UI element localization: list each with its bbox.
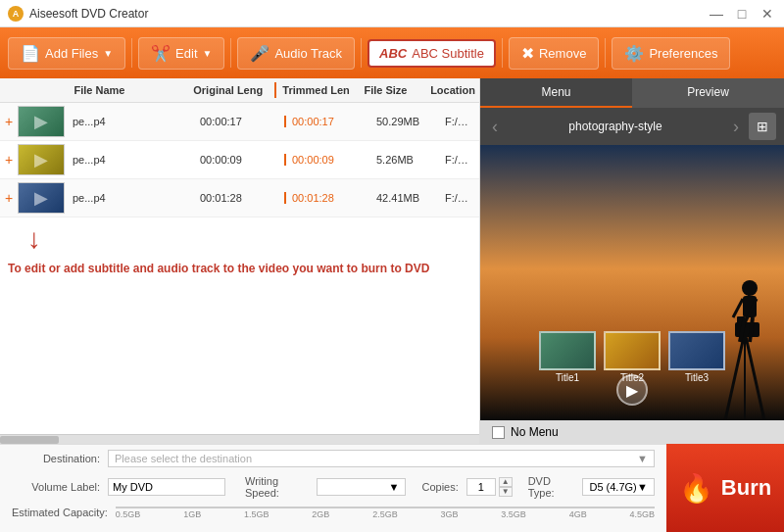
- add-files-button[interactable]: 📄 Add Files ▼: [8, 37, 125, 70]
- copies-down-button[interactable]: ▼: [499, 487, 513, 497]
- settings-row: Volume Label: Writing Speed: ▼ Copies: ▲…: [0, 472, 666, 502]
- right-panel: Menu Preview ‹ photography-style › ⊞: [480, 78, 784, 444]
- tab-menu[interactable]: Menu: [480, 78, 632, 108]
- destination-row: Destination: Please select the destinati…: [0, 445, 666, 472]
- main-wrapper: File Name Original Leng Trimmed Len File…: [0, 78, 784, 444]
- no-menu-checkbox[interactable]: [492, 426, 505, 439]
- trimmed-time-3: 00:01:28: [284, 192, 372, 204]
- edit-icon: ✂️: [151, 44, 171, 63]
- volume-input[interactable]: [108, 478, 225, 496]
- capacity-ticks: 0.5GB 1GB 1.5GB 2GB 2.5GB 3GB 3.5GB 4GB …: [116, 509, 655, 519]
- tick-8: 4.5GB: [629, 509, 655, 519]
- nav-next-button[interactable]: ›: [729, 117, 743, 137]
- col-header-original: Original Leng: [189, 82, 274, 98]
- toolbar-divider-4: [502, 38, 503, 68]
- col-header-location: Location: [426, 82, 479, 98]
- copies-up-button[interactable]: ▲: [499, 477, 513, 487]
- tick-7: 4GB: [569, 509, 587, 519]
- table-row[interactable]: + ▶ pe...p4 00:01:28 00:01:28 42.41MB F:…: [0, 179, 479, 218]
- file-location-1: F:/Chrome/pexels-gylfi-g...: [441, 116, 479, 127]
- remove-icon: ✖: [521, 44, 534, 63]
- copies-input[interactable]: [466, 478, 496, 496]
- edit-button[interactable]: ✂️ Edit ▼: [138, 37, 224, 70]
- title-bar: A Aiseesoft DVD Creator — □ ✕: [0, 0, 784, 27]
- title-label-1: Title1: [556, 372, 579, 383]
- row-expand-3[interactable]: +: [0, 190, 18, 206]
- main-content: File Name Original Leng Trimmed Len File…: [0, 78, 784, 444]
- writing-speed-dropdown-icon: ▼: [389, 481, 400, 493]
- dvd-type-label: DVD Type:: [528, 475, 575, 499]
- tab-bar: Menu Preview: [480, 78, 784, 108]
- file-thumb-2: ▶: [18, 144, 65, 175]
- file-table-header: File Name Original Leng Trimmed Len File…: [0, 78, 479, 103]
- toolbar-divider-3: [361, 38, 362, 68]
- title-item-1[interactable]: Title1: [539, 331, 596, 383]
- capacity-bar: [116, 507, 655, 508]
- file-list-area: + ▶ pe...p4 00:00:17 00:00:17 50.29MB F:…: [0, 103, 479, 218]
- tab-preview[interactable]: Preview: [632, 78, 784, 108]
- preferences-button[interactable]: ⚙️ Preferences: [612, 37, 730, 70]
- preferences-icon: ⚙️: [624, 44, 644, 63]
- title-item-3[interactable]: Title3: [668, 331, 725, 383]
- menu-preview: Title1 Title2 Title3 ▶: [480, 145, 784, 420]
- subtitle-button[interactable]: ABC ABC Subtitle: [368, 39, 496, 68]
- tick-5: 3GB: [440, 509, 458, 519]
- maximize-button[interactable]: □: [733, 5, 751, 23]
- destination-dropdown-icon: ▼: [637, 453, 648, 464]
- svg-point-5: [742, 280, 758, 296]
- file-name-2: pe...p4: [69, 154, 196, 166]
- minimize-button[interactable]: —: [708, 5, 725, 23]
- remove-button[interactable]: ✖ Remove: [509, 37, 599, 70]
- dvd-type-value: D5 (4.7G): [589, 481, 636, 493]
- play-button[interactable]: ▶: [616, 374, 648, 406]
- scrollbar-thumb[interactable]: [0, 436, 59, 444]
- destination-label: Destination:: [12, 453, 100, 464]
- col-header-filename: File Name: [66, 82, 189, 98]
- capacity-row: Estimated Capacity: 0.5GB 1GB 1.5GB 2GB …: [0, 502, 666, 523]
- title-thumb-3: [668, 331, 725, 370]
- copies-spinner: ▲ ▼: [499, 477, 513, 497]
- title-bar-controls: — □ ✕: [708, 5, 776, 23]
- table-row[interactable]: + ▶ pe...p4 00:00:17 00:00:17 50.29MB F:…: [0, 103, 479, 141]
- tick-0: 0.5GB: [116, 509, 141, 519]
- destination-value: Please select the destination: [115, 453, 252, 464]
- original-time-2: 00:00:09: [196, 154, 284, 166]
- annotation-text: To edit or add subtitle and audio track …: [8, 261, 471, 277]
- file-panel: File Name Original Leng Trimmed Len File…: [0, 78, 480, 444]
- destination-select[interactable]: Please select the destination ▼: [108, 450, 655, 467]
- file-size-1: 50.29MB: [372, 116, 441, 127]
- dvd-type-select[interactable]: D5 (4.7G) ▼: [582, 478, 655, 496]
- table-row[interactable]: + ▶ pe...p4 00:00:09 00:00:09 5.26MB F:/…: [0, 141, 479, 179]
- original-time-1: 00:00:17: [196, 116, 284, 127]
- trimmed-time-1: 00:00:17: [284, 116, 372, 127]
- menu-copy-button[interactable]: ⊞: [749, 113, 776, 140]
- title-thumb-1: [539, 331, 596, 370]
- menu-nav: ‹ photography-style › ⊞: [480, 108, 784, 145]
- file-location-3: F:/Chrome/pexels-super-l...: [441, 192, 479, 204]
- close-button[interactable]: ✕: [759, 5, 776, 23]
- nav-prev-button[interactable]: ‹: [488, 117, 502, 137]
- burn-label: Burn: [721, 475, 771, 501]
- writing-speed-select[interactable]: ▼: [317, 478, 407, 496]
- title-thumb-2: [604, 331, 661, 370]
- audio-track-button[interactable]: 🎤 Audio Track: [237, 37, 355, 70]
- annotation-area: ↓ To edit or add subtitle and audio trac…: [0, 218, 479, 434]
- row-expand-2[interactable]: +: [0, 152, 18, 168]
- dvd-type-dropdown-icon: ▼: [637, 481, 648, 493]
- play-icon[interactable]: ▶: [616, 374, 648, 406]
- tick-3: 2GB: [312, 509, 329, 519]
- row-expand-1[interactable]: +: [0, 114, 18, 129]
- volume-label: Volume Label:: [12, 481, 100, 493]
- tick-2: 1.5GB: [244, 509, 270, 519]
- col-header-size: File Size: [360, 82, 426, 98]
- burn-button[interactable]: 🔥 Burn: [666, 444, 784, 532]
- no-menu-row: No Menu: [480, 420, 784, 444]
- writing-speed-label: Writing Speed:: [245, 475, 309, 499]
- file-scrollbar[interactable]: [0, 434, 479, 444]
- no-menu-label: No Menu: [511, 425, 559, 439]
- bottom-section: Destination: Please select the destinati…: [0, 444, 784, 532]
- annotation-arrow: ↓: [27, 225, 471, 253]
- title-bar-left: A Aiseesoft DVD Creator: [8, 6, 148, 22]
- app-logo: A: [8, 6, 24, 22]
- file-size-3: 42.41MB: [372, 192, 441, 204]
